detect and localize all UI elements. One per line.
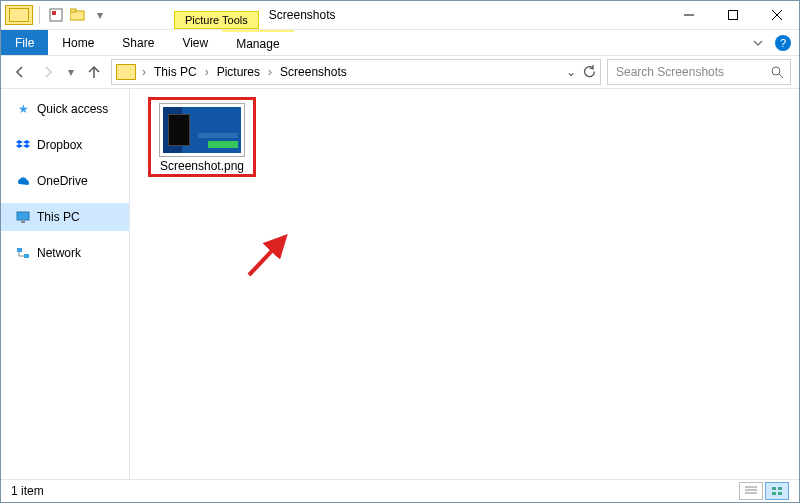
qat-customize-icon[interactable]: ▾ xyxy=(90,5,110,25)
svg-line-21 xyxy=(249,237,285,275)
svg-line-10 xyxy=(779,74,783,78)
search-box[interactable] xyxy=(607,59,791,85)
thumbnails-view-button[interactable] xyxy=(765,482,789,500)
svg-marker-11 xyxy=(16,140,23,144)
svg-rect-27 xyxy=(772,492,776,495)
search-input[interactable] xyxy=(614,64,771,80)
chevron-right-icon[interactable]: › xyxy=(140,65,148,79)
svg-point-9 xyxy=(772,67,780,75)
sidebar-item-this-pc[interactable]: This PC xyxy=(1,203,129,231)
folder-icon xyxy=(5,5,33,25)
tab-manage[interactable]: Manage xyxy=(222,30,293,55)
chevron-right-icon[interactable]: › xyxy=(266,65,274,79)
sidebar-item-label: OneDrive xyxy=(37,174,88,188)
folder-icon xyxy=(116,64,136,80)
close-button[interactable] xyxy=(755,1,799,29)
sidebar-item-label: This PC xyxy=(37,210,80,224)
svg-rect-15 xyxy=(17,212,29,220)
network-icon xyxy=(15,245,31,261)
onedrive-icon xyxy=(15,173,31,189)
svg-rect-28 xyxy=(778,492,782,495)
details-view-button[interactable] xyxy=(739,482,763,500)
contextual-tab-area: Picture Tools Screenshots xyxy=(114,1,667,29)
chevron-right-icon[interactable]: › xyxy=(203,65,211,79)
address-bar-row: ▾ › This PC › Pictures › Screenshots ⌄ xyxy=(1,56,799,89)
help-icon[interactable]: ? xyxy=(775,35,791,51)
address-bar[interactable]: › This PC › Pictures › Screenshots ⌄ xyxy=(111,59,601,85)
explorer-window: ▾ Picture Tools Screenshots File Home Sh… xyxy=(0,0,800,503)
new-folder-icon[interactable] xyxy=(68,5,88,25)
window-title: Screenshots xyxy=(269,8,336,22)
annotation-arrow xyxy=(245,229,295,279)
properties-icon[interactable] xyxy=(46,5,66,25)
back-button[interactable] xyxy=(9,61,31,83)
sidebar-item-onedrive[interactable]: OneDrive xyxy=(1,167,129,195)
refresh-icon[interactable] xyxy=(582,65,596,79)
sidebar-item-label: Network xyxy=(37,246,81,260)
up-button[interactable] xyxy=(83,61,105,83)
svg-marker-14 xyxy=(23,144,30,148)
titlebar: ▾ Picture Tools Screenshots xyxy=(1,1,799,30)
item-count: 1 item xyxy=(11,484,44,498)
search-icon[interactable] xyxy=(771,66,784,79)
forward-button[interactable] xyxy=(37,61,59,83)
svg-rect-17 xyxy=(17,248,22,252)
navigation-pane: ★ Quick access Dropbox OneDrive xyxy=(1,89,130,479)
window-controls xyxy=(667,1,799,29)
file-item[interactable]: Screenshot.png xyxy=(148,97,256,177)
separator xyxy=(39,6,40,24)
crumb-pictures[interactable]: Pictures xyxy=(215,65,262,79)
chevron-down-icon[interactable]: ⌄ xyxy=(566,65,576,79)
svg-rect-5 xyxy=(729,11,738,20)
sidebar-item-dropbox[interactable]: Dropbox xyxy=(1,131,129,159)
dropbox-icon xyxy=(15,137,31,153)
status-bar: 1 item xyxy=(1,479,799,502)
sidebar-item-network[interactable]: Network xyxy=(1,239,129,267)
star-icon: ★ xyxy=(15,101,31,117)
pc-icon xyxy=(15,209,31,225)
tab-file[interactable]: File xyxy=(1,30,48,55)
picture-tools-tab[interactable]: Picture Tools xyxy=(174,11,259,29)
svg-rect-3 xyxy=(70,9,76,12)
svg-rect-16 xyxy=(21,221,25,223)
crumb-this-pc[interactable]: This PC xyxy=(152,65,199,79)
svg-marker-12 xyxy=(23,140,30,144)
svg-marker-13 xyxy=(16,144,23,148)
file-list[interactable]: Screenshot.png xyxy=(130,89,799,479)
maximize-button[interactable] xyxy=(711,1,755,29)
tab-view[interactable]: View xyxy=(168,30,222,55)
tab-home[interactable]: Home xyxy=(48,30,108,55)
sidebar-item-quick-access[interactable]: ★ Quick access xyxy=(1,95,129,123)
ribbon-tabs: File Home Share View Manage ? xyxy=(1,30,799,56)
svg-rect-18 xyxy=(24,254,29,258)
body: ★ Quick access Dropbox OneDrive xyxy=(1,89,799,479)
minimize-button[interactable] xyxy=(667,1,711,29)
svg-rect-1 xyxy=(52,11,56,15)
quick-access-toolbar: ▾ xyxy=(1,1,114,29)
sidebar-item-label: Dropbox xyxy=(37,138,82,152)
tab-share[interactable]: Share xyxy=(108,30,168,55)
crumb-screenshots[interactable]: Screenshots xyxy=(278,65,349,79)
recent-locations-icon[interactable]: ▾ xyxy=(65,61,77,83)
svg-rect-26 xyxy=(778,487,782,490)
file-name: Screenshot.png xyxy=(160,157,244,173)
svg-rect-25 xyxy=(772,487,776,490)
expand-ribbon-icon[interactable] xyxy=(749,34,767,52)
sidebar-item-label: Quick access xyxy=(37,102,108,116)
thumbnail xyxy=(159,103,245,157)
